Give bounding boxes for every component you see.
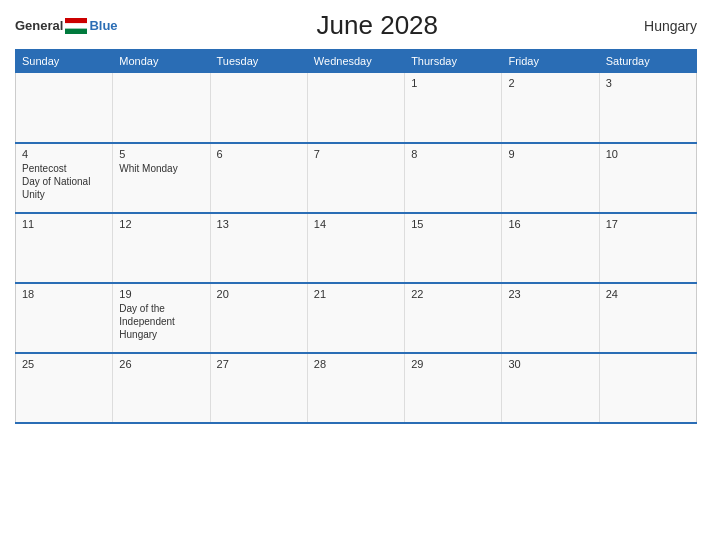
col-friday: Friday	[502, 50, 599, 73]
calendar-cell	[113, 73, 210, 143]
country-label: Hungary	[637, 18, 697, 34]
day-number: 5	[119, 148, 203, 160]
calendar-cell: 10	[599, 143, 696, 213]
calendar-cell: 25	[16, 353, 113, 423]
calendar-cell: 7	[307, 143, 404, 213]
calendar-cell: 12	[113, 213, 210, 283]
calendar-cell: 19Day of the Independent Hungary	[113, 283, 210, 353]
calendar-cell: 6	[210, 143, 307, 213]
calendar-cell: 24	[599, 283, 696, 353]
calendar-week-row: 11121314151617	[16, 213, 697, 283]
calendar-cell	[599, 353, 696, 423]
svg-rect-1	[65, 23, 87, 28]
calendar-week-row: 1819Day of the Independent Hungary202122…	[16, 283, 697, 353]
calendar-cell: 11	[16, 213, 113, 283]
logo-flag-icon	[65, 18, 87, 34]
day-number: 30	[508, 358, 592, 370]
col-monday: Monday	[113, 50, 210, 73]
calendar-header-row: Sunday Monday Tuesday Wednesday Thursday…	[16, 50, 697, 73]
day-number: 2	[508, 77, 592, 89]
calendar-cell: 28	[307, 353, 404, 423]
calendar-cell: 29	[405, 353, 502, 423]
col-tuesday: Tuesday	[210, 50, 307, 73]
day-number: 12	[119, 218, 203, 230]
logo: General Blue	[15, 18, 118, 34]
calendar-week-row: 4PentecostDay of National Unity5Whit Mon…	[16, 143, 697, 213]
day-number: 25	[22, 358, 106, 370]
calendar-cell: 16	[502, 213, 599, 283]
calendar-cell: 18	[16, 283, 113, 353]
day-number: 10	[606, 148, 690, 160]
day-number: 26	[119, 358, 203, 370]
day-number: 15	[411, 218, 495, 230]
day-number: 4	[22, 148, 106, 160]
calendar-cell: 27	[210, 353, 307, 423]
calendar-cell	[210, 73, 307, 143]
calendar-event: Pentecost	[22, 162, 106, 175]
calendar-cell	[307, 73, 404, 143]
svg-rect-2	[65, 28, 87, 33]
calendar-cell: 21	[307, 283, 404, 353]
calendar-cell: 14	[307, 213, 404, 283]
day-number: 20	[217, 288, 301, 300]
calendar-cell: 30	[502, 353, 599, 423]
logo-blue-text: Blue	[89, 18, 117, 33]
day-number: 27	[217, 358, 301, 370]
calendar-page: General Blue June 2028 Hungary Sunday Mo…	[0, 0, 712, 550]
calendar-event: Day of National Unity	[22, 175, 106, 201]
calendar-cell: 1	[405, 73, 502, 143]
calendar-cell: 15	[405, 213, 502, 283]
calendar-cell: 2	[502, 73, 599, 143]
day-number: 1	[411, 77, 495, 89]
calendar-cell: 13	[210, 213, 307, 283]
calendar-event: Day of the Independent Hungary	[119, 302, 203, 341]
day-number: 7	[314, 148, 398, 160]
col-sunday: Sunday	[16, 50, 113, 73]
calendar-cell: 4PentecostDay of National Unity	[16, 143, 113, 213]
day-number: 16	[508, 218, 592, 230]
day-number: 8	[411, 148, 495, 160]
calendar-week-row: 252627282930	[16, 353, 697, 423]
day-number: 6	[217, 148, 301, 160]
calendar-table: Sunday Monday Tuesday Wednesday Thursday…	[15, 49, 697, 424]
calendar-title: June 2028	[118, 10, 637, 41]
day-number: 18	[22, 288, 106, 300]
calendar-cell: 9	[502, 143, 599, 213]
calendar-cell: 23	[502, 283, 599, 353]
calendar-cell: 26	[113, 353, 210, 423]
day-number: 28	[314, 358, 398, 370]
logo-general-text: General	[15, 18, 63, 33]
calendar-event: Whit Monday	[119, 162, 203, 175]
calendar-cell: 3	[599, 73, 696, 143]
day-number: 3	[606, 77, 690, 89]
calendar-cell	[16, 73, 113, 143]
calendar-week-row: 123	[16, 73, 697, 143]
day-number: 17	[606, 218, 690, 230]
day-number: 24	[606, 288, 690, 300]
calendar-cell: 22	[405, 283, 502, 353]
header: General Blue June 2028 Hungary	[15, 10, 697, 41]
day-number: 22	[411, 288, 495, 300]
day-number: 21	[314, 288, 398, 300]
calendar-cell: 20	[210, 283, 307, 353]
day-number: 14	[314, 218, 398, 230]
calendar-cell: 17	[599, 213, 696, 283]
col-saturday: Saturday	[599, 50, 696, 73]
day-number: 13	[217, 218, 301, 230]
col-thursday: Thursday	[405, 50, 502, 73]
calendar-cell: 8	[405, 143, 502, 213]
svg-rect-0	[65, 18, 87, 23]
day-number: 19	[119, 288, 203, 300]
calendar-cell: 5Whit Monday	[113, 143, 210, 213]
day-number: 23	[508, 288, 592, 300]
day-number: 9	[508, 148, 592, 160]
day-number: 11	[22, 218, 106, 230]
day-number: 29	[411, 358, 495, 370]
col-wednesday: Wednesday	[307, 50, 404, 73]
